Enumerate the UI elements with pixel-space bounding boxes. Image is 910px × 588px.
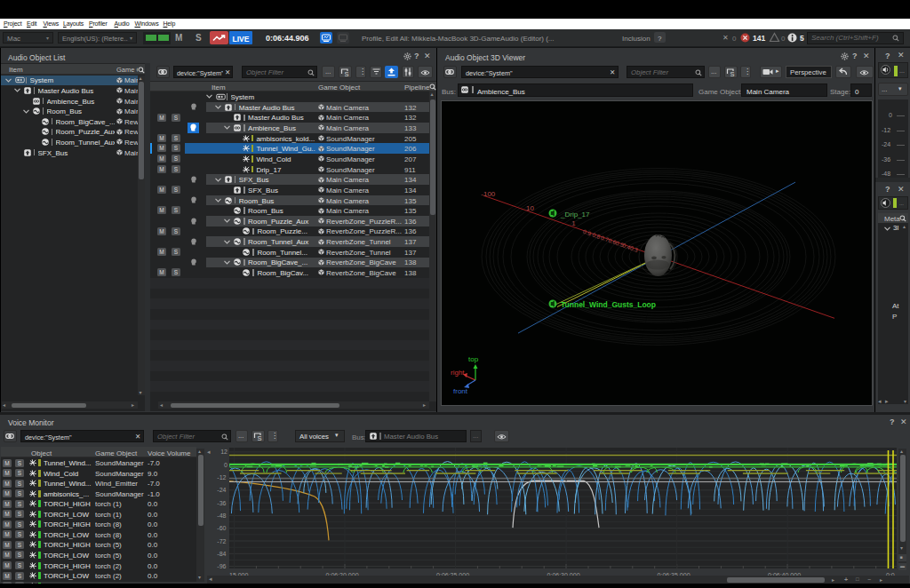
svg-text:1: 1	[571, 219, 576, 227]
svg-text:top: top	[468, 355, 479, 363]
svg-text:S: S	[730, 70, 735, 78]
svg-text:right: right	[451, 369, 465, 377]
svg-text:S: S	[345, 70, 349, 78]
svg-text:S: S	[258, 434, 262, 442]
svg-text:10: 10	[526, 204, 534, 212]
svg-text:Tunnel_Wind_Gusts_Loop: Tunnel_Wind_Gusts_Loop	[561, 300, 656, 309]
svg-text:-100: -100	[481, 190, 496, 198]
svg-text:front: front	[453, 387, 468, 395]
svg-text:_Drip_17: _Drip_17	[560, 211, 590, 219]
